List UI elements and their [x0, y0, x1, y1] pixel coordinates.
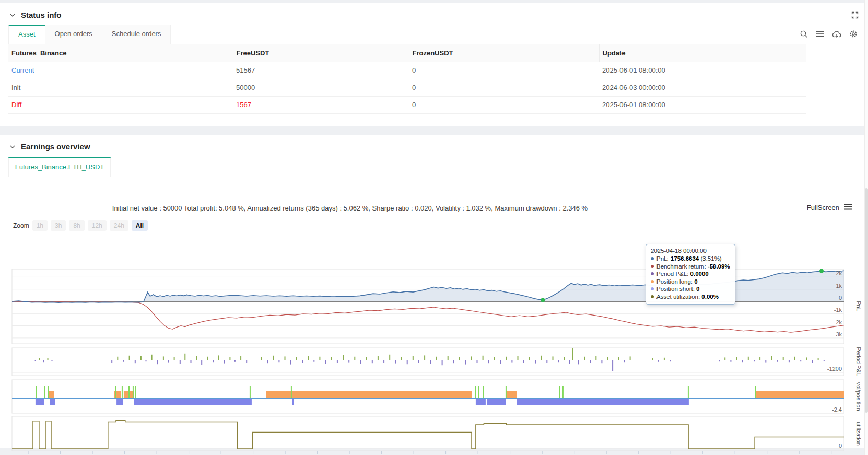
tab-open-orders[interactable]: Open orders	[45, 25, 102, 44]
gear-icon[interactable]	[849, 30, 858, 38]
series-dot-icon	[651, 287, 654, 290]
status-info-panel: Status info AssetOpen ordersSchedule ord…	[0, 3, 868, 126]
column-header-update: Update	[599, 44, 806, 62]
column-header-futures-binance: Futures_Binance	[8, 44, 233, 62]
table-cell[interactable]: Current	[8, 62, 233, 79]
chart-tooltip: 2025-04-18 00:00:00 PnL: 1756.6634 (3.51…	[646, 244, 735, 305]
svg-text:-2k: -2k	[834, 319, 842, 325]
tooltip-row-position-short: Position short: 0	[651, 285, 730, 293]
series-dot-icon	[651, 265, 654, 268]
tab-futures-binance-eth-usdt[interactable]: Futures_Binance.ETH_USDT	[8, 157, 111, 177]
zoom-buttons: 1h3h8h12h24hAll	[32, 220, 148, 231]
asset-table: Futures_BinanceFreeUSDTFrozenUSDTUpdate …	[8, 44, 806, 114]
svg-text:-3k: -3k	[834, 331, 842, 337]
fullscreen-label: FullScreen	[807, 204, 839, 212]
earnings-chart-area: Initial net value : 50000 Total profit: …	[0, 177, 868, 455]
svg-text:2k: 2k	[836, 270, 842, 276]
menu-icon[interactable]	[844, 204, 852, 212]
table-cell: 0	[409, 62, 599, 79]
tooltip-row-period-p-l: Period P&L: 0.0000	[651, 270, 730, 278]
zoom-button-12h[interactable]: 12h	[88, 220, 107, 231]
tooltip-row-asset-utilization: Asset utilization: 0.00%	[651, 293, 730, 301]
table-cell: 2025-06-01 08:00:00	[599, 62, 806, 79]
table-cell: 2025-06-01 08:00:00	[599, 96, 806, 113]
status-collapse-chevron-icon[interactable]	[9, 12, 16, 18]
chart-summary: Initial net value : 50000 Total profit: …	[0, 204, 700, 212]
table-cell: 50000	[233, 79, 409, 96]
zoom-button-3h[interactable]: 3h	[51, 220, 66, 231]
cloud-download-icon[interactable]	[832, 30, 841, 38]
earnings-panel: Earnings overview Futures_Binance.ETH_US…	[0, 135, 868, 448]
series-dot-icon	[651, 257, 654, 260]
svg-text:1k: 1k	[836, 283, 842, 289]
tooltip-date: 2025-04-18 00:00:00	[651, 248, 730, 254]
series-dot-icon	[651, 280, 654, 283]
tooltip-row-benchmark-return: Benchmark return: -58.09%	[651, 263, 730, 271]
table-cell: 0	[409, 79, 599, 96]
table-row: Diff156702025-06-01 08:00:00	[8, 96, 806, 113]
search-icon[interactable]	[800, 30, 808, 38]
table-cell: 1567	[233, 96, 409, 113]
earnings-title: Earnings overview	[21, 142, 90, 151]
table-cell: 0	[409, 96, 599, 113]
svg-text:vol/position: vol/position	[855, 382, 862, 411]
table-cell: Diff	[8, 96, 233, 113]
svg-text:-1k: -1k	[834, 307, 842, 313]
tooltip-row-pnl: PnL: 1756.6634 (3.51%)	[651, 255, 730, 263]
zoom-label: Zoom	[13, 222, 29, 229]
svg-text:PnL: PnL	[855, 301, 862, 311]
table-row: Current5156702025-06-01 08:00:00	[8, 62, 806, 79]
earnings-chart-canvas[interactable]: 2k1k0-1k-2k-3k-1200-2.4010. Jun24. Jun8.…	[0, 258, 868, 455]
zoom-button-8h[interactable]: 8h	[69, 220, 84, 231]
svg-text:-2.4: -2.4	[832, 406, 842, 413]
column-header-frozenusdt: FrozenUSDT	[409, 44, 599, 62]
series-dot-icon	[651, 295, 654, 298]
zoom-button-24h[interactable]: 24h	[110, 220, 128, 231]
zoom-button-all[interactable]: All	[132, 220, 148, 231]
table-cell: Init	[8, 79, 233, 96]
scrollbar-thumb[interactable]	[865, 188, 868, 413]
list-icon[interactable]	[816, 30, 824, 38]
svg-text:Period P&L: Period P&L	[855, 347, 862, 376]
earnings-collapse-chevron-icon[interactable]	[9, 144, 16, 150]
series-dot-icon	[651, 272, 654, 275]
expand-icon[interactable]	[851, 11, 859, 21]
column-header-freeusdt: FreeUSDT	[233, 44, 409, 62]
status-info-title: Status info	[21, 10, 62, 19]
tab-schedule-orders[interactable]: Schedule orders	[102, 25, 171, 44]
svg-text:-1200: -1200	[827, 366, 842, 372]
svg-text:0: 0	[839, 442, 842, 449]
table-cell: 2024-06-03 00:00:00	[599, 79, 806, 96]
table-cell: 51567	[233, 62, 409, 79]
tab-asset[interactable]: Asset	[8, 25, 45, 44]
page-scrollbar[interactable]	[864, 0, 868, 455]
status-tabs: AssetOpen ordersSchedule orders	[8, 25, 171, 44]
zoom-button-1h[interactable]: 1h	[32, 220, 48, 231]
svg-text:utilization: utilization	[855, 422, 862, 446]
tooltip-row-position-long: Position long: 0	[651, 278, 730, 286]
table-row: Init5000002024-06-03 00:00:00	[8, 79, 806, 96]
svg-text:0: 0	[839, 295, 842, 301]
fullscreen-button[interactable]: FullScreen	[807, 204, 852, 212]
